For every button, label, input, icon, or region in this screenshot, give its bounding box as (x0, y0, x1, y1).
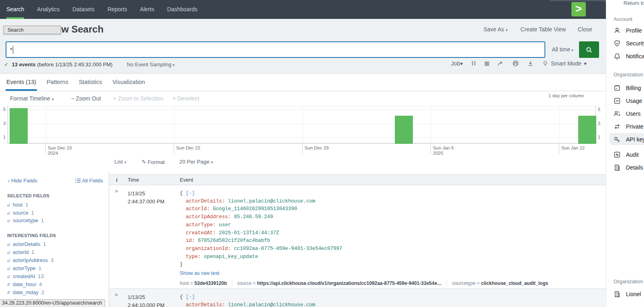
menu-item-audit[interactable]: Audit (614, 151, 639, 158)
collapse-row-icon[interactable]: > (115, 188, 118, 194)
cloud-settings-panel: Return to Account Profile Security Notif… (606, 0, 644, 307)
event-json: { [-] actorDetails: lionel.palacin@click… (180, 190, 342, 269)
nav-item-datasets[interactable]: Datasets (66, 0, 101, 19)
y-axis-label: 5 (1, 107, 6, 112)
check-icon: ✓ (4, 61, 8, 68)
field-item[interactable]: acreatedAt13 (7, 272, 53, 280)
create-table-view-button[interactable]: Create Table View (520, 26, 566, 33)
x-axis-label: Sun Dec 15 2024 (48, 145, 72, 156)
menu-item-usage[interactable]: Usage (614, 97, 642, 104)
field-item[interactable]: asource1 (7, 209, 44, 217)
search-input[interactable]: * (6, 41, 545, 58)
collapse-json-toggle[interactable]: [-] (186, 294, 195, 300)
results-controls: List▾ ✎ Format 20 Per Page▾ (0, 157, 606, 169)
search-mode-dropdown[interactable]: Smart Mode▾ (542, 60, 587, 67)
timeline-bar[interactable] (395, 116, 413, 144)
field-item[interactable]: ahost1 (7, 201, 44, 209)
field-item[interactable]: aactorDetails1 (7, 240, 53, 248)
tab-patterns[interactable]: Patterns (47, 74, 68, 91)
column-time: Time (124, 175, 179, 185)
caret-down-icon: ▾ (571, 48, 573, 52)
all-fields-link[interactable]: All Fields (75, 178, 103, 184)
field-item[interactable]: aactorIpAddress3 (7, 256, 53, 264)
timeline-scale-note: 1 day per column (549, 93, 584, 98)
close-button[interactable]: Close (578, 26, 592, 33)
show-raw-text-link[interactable]: Show as raw text (180, 270, 219, 276)
chevron-left-icon: ‹ (8, 178, 10, 184)
nav-item-alerts[interactable]: Alerts (134, 0, 161, 19)
window-edge-artifact (551, 0, 606, 2)
tab-statistics[interactable]: Statistics (79, 74, 102, 91)
event-time: 1/13/25 2:44:10.000 PM (128, 293, 165, 307)
download-icon[interactable] (527, 60, 534, 67)
nav-item-search[interactable]: Search (0, 0, 30, 19)
list-view-dropdown[interactable]: List▾ (114, 159, 126, 165)
per-page-dropdown[interactable]: 20 Per Page▾ (179, 159, 213, 165)
menu-item-private[interactable]: Private (614, 123, 644, 130)
y-axis-label: 3 (598, 121, 603, 126)
field-item[interactable]: #date_hour4 (7, 280, 53, 289)
pause-icon[interactable] (471, 60, 476, 67)
interesting-fields-header: INTERESTING FIELDS (7, 233, 56, 238)
x-axis-label: Sun Jan 12 (561, 145, 585, 151)
menu-item-security[interactable]: Security (614, 40, 644, 47)
collapse-json-toggle[interactable]: [-] (186, 190, 195, 196)
user-icon (614, 27, 621, 34)
splunk-logo-icon[interactable]: > (571, 2, 586, 16)
nav-item-analytics[interactable]: Analytics (30, 0, 66, 19)
save-as-button[interactable]: Save As▾ (484, 26, 508, 33)
usage-chart-icon (614, 97, 621, 104)
shield-check-icon (614, 40, 621, 47)
menu-item-profile[interactable]: Profile (614, 27, 642, 34)
field-item[interactable]: aactorId1 (7, 248, 53, 256)
menu-item-billing[interactable]: Billing (614, 84, 641, 92)
event-count-time: (before 1/13/25 2:45:32.000 PM) (37, 61, 112, 68)
selected-fields-list: ahost1 asource1 asourcetype1 (7, 201, 44, 225)
search-button[interactable] (579, 41, 599, 58)
print-icon[interactable] (512, 60, 519, 67)
job-status-bar: ✓ 13 events (before 1/13/25 2:45:32.000 … (0, 60, 606, 72)
events-table: i Time Event > 1/13/25 2:44:37.000 PM { … (109, 172, 606, 307)
nav-item-dashboards[interactable]: Dashboards (160, 0, 204, 19)
share-icon[interactable] (498, 60, 504, 67)
y-axis-label: 3 (1, 121, 6, 126)
caret-down-icon: ▾ (211, 160, 213, 164)
field-item[interactable]: asourcetype1 (7, 217, 44, 225)
results-tabs: Events (13) Patterns Statistics Visualiz… (0, 74, 606, 91)
timeline-bar[interactable] (578, 116, 596, 144)
menu-item-details[interactable]: Details (614, 164, 643, 171)
nav-item-reports[interactable]: Reports (101, 0, 134, 19)
meta-sourcetype[interactable]: clickhouse_cloud_audit_logs (481, 280, 548, 286)
collapse-row-icon[interactable]: > (115, 292, 118, 298)
audit-icon (614, 151, 621, 158)
menu-item-organization[interactable]: Lionel (614, 291, 641, 298)
format-button[interactable]: ✎ Format (142, 159, 165, 165)
hide-fields-link[interactable]: ‹ Hide Fields (8, 178, 37, 184)
return-link[interactable]: Return to (624, 0, 644, 6)
meta-source[interactable]: https://api.clickhouse.cloud/v1/organiza… (257, 280, 442, 286)
chart-plot-area[interactable] (7, 106, 596, 143)
tab-visualization[interactable]: Visualization (112, 74, 145, 91)
timeline-bar[interactable] (10, 108, 28, 144)
format-timeline-dropdown[interactable]: Format Timeline▾ (10, 95, 54, 102)
menu-item-users[interactable]: Users (614, 110, 641, 117)
x-axis: Sun Dec 15 2024 Sun Dec 22 Sun Dec 29 Su… (0, 144, 606, 154)
caret-down-icon: ▾ (52, 97, 54, 101)
fields-sidebar: ‹ Hide Fields All Fields SELECTED FIELDS… (0, 172, 109, 307)
menu-item-api-keys[interactable]: API keys (614, 136, 644, 143)
menu-item-notifications[interactable]: Notifications (614, 53, 644, 60)
field-item[interactable]: #date_mday2 (7, 289, 53, 297)
time-range-picker[interactable]: All time▾ (547, 41, 578, 58)
stop-icon[interactable] (485, 61, 489, 66)
billing-icon (614, 84, 621, 92)
meta-host[interactable]: 53de4339120b (194, 280, 227, 286)
caret-down-icon: ▾ (124, 160, 126, 164)
job-menu[interactable]: Job▾ (451, 60, 463, 67)
selected-fields-header: SELECTED FIELDS (7, 193, 49, 198)
lightbulb-icon (542, 60, 549, 67)
field-item[interactable]: aactorType1 (7, 264, 53, 272)
zoom-out-button[interactable]: − Zoom Out (71, 95, 101, 102)
tab-events[interactable]: Events (13) (6, 74, 36, 91)
event-sampling-dropdown[interactable]: No Event Sampling▾ (127, 61, 175, 68)
building-icon (614, 291, 621, 298)
